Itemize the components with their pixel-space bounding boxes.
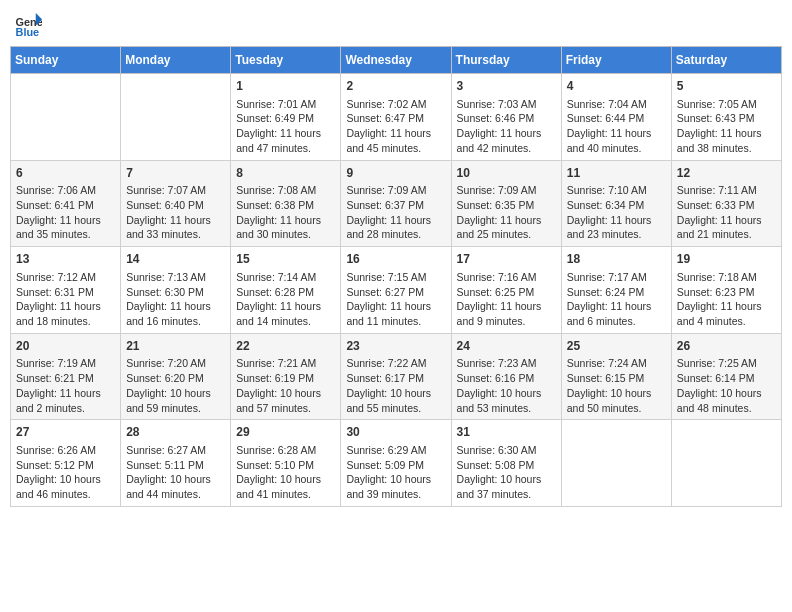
calendar-week-row: 13Sunrise: 7:12 AM Sunset: 6:31 PM Dayli…	[11, 247, 782, 334]
calendar-cell: 21Sunrise: 7:20 AM Sunset: 6:20 PM Dayli…	[121, 333, 231, 420]
day-info: Sunrise: 7:09 AM Sunset: 6:37 PM Dayligh…	[346, 183, 445, 242]
calendar-cell: 9Sunrise: 7:09 AM Sunset: 6:37 PM Daylig…	[341, 160, 451, 247]
calendar-cell: 4Sunrise: 7:04 AM Sunset: 6:44 PM Daylig…	[561, 74, 671, 161]
calendar-week-row: 20Sunrise: 7:19 AM Sunset: 6:21 PM Dayli…	[11, 333, 782, 420]
day-number: 27	[16, 424, 115, 441]
calendar-cell: 19Sunrise: 7:18 AM Sunset: 6:23 PM Dayli…	[671, 247, 781, 334]
calendar-cell	[671, 420, 781, 507]
calendar-header: SundayMondayTuesdayWednesdayThursdayFrid…	[11, 47, 782, 74]
day-number: 18	[567, 251, 666, 268]
day-number: 14	[126, 251, 225, 268]
day-number: 16	[346, 251, 445, 268]
day-info: Sunrise: 7:03 AM Sunset: 6:46 PM Dayligh…	[457, 97, 556, 156]
calendar-cell: 25Sunrise: 7:24 AM Sunset: 6:15 PM Dayli…	[561, 333, 671, 420]
calendar-cell: 5Sunrise: 7:05 AM Sunset: 6:43 PM Daylig…	[671, 74, 781, 161]
weekday-header: Thursday	[451, 47, 561, 74]
day-info: Sunrise: 7:24 AM Sunset: 6:15 PM Dayligh…	[567, 356, 666, 415]
day-info: Sunrise: 7:25 AM Sunset: 6:14 PM Dayligh…	[677, 356, 776, 415]
day-info: Sunrise: 7:19 AM Sunset: 6:21 PM Dayligh…	[16, 356, 115, 415]
day-number: 6	[16, 165, 115, 182]
day-number: 10	[457, 165, 556, 182]
calendar-cell	[11, 74, 121, 161]
day-number: 28	[126, 424, 225, 441]
calendar-week-row: 1Sunrise: 7:01 AM Sunset: 6:49 PM Daylig…	[11, 74, 782, 161]
day-info: Sunrise: 7:11 AM Sunset: 6:33 PM Dayligh…	[677, 183, 776, 242]
day-number: 23	[346, 338, 445, 355]
day-number: 4	[567, 78, 666, 95]
day-info: Sunrise: 7:05 AM Sunset: 6:43 PM Dayligh…	[677, 97, 776, 156]
calendar-cell: 20Sunrise: 7:19 AM Sunset: 6:21 PM Dayli…	[11, 333, 121, 420]
weekday-header: Sunday	[11, 47, 121, 74]
day-info: Sunrise: 7:23 AM Sunset: 6:16 PM Dayligh…	[457, 356, 556, 415]
day-info: Sunrise: 7:13 AM Sunset: 6:30 PM Dayligh…	[126, 270, 225, 329]
day-info: Sunrise: 7:04 AM Sunset: 6:44 PM Dayligh…	[567, 97, 666, 156]
day-number: 2	[346, 78, 445, 95]
calendar-cell: 15Sunrise: 7:14 AM Sunset: 6:28 PM Dayli…	[231, 247, 341, 334]
day-info: Sunrise: 6:29 AM Sunset: 5:09 PM Dayligh…	[346, 443, 445, 502]
calendar-cell: 13Sunrise: 7:12 AM Sunset: 6:31 PM Dayli…	[11, 247, 121, 334]
day-info: Sunrise: 7:21 AM Sunset: 6:19 PM Dayligh…	[236, 356, 335, 415]
calendar-cell: 10Sunrise: 7:09 AM Sunset: 6:35 PM Dayli…	[451, 160, 561, 247]
day-number: 30	[346, 424, 445, 441]
day-info: Sunrise: 6:30 AM Sunset: 5:08 PM Dayligh…	[457, 443, 556, 502]
day-info: Sunrise: 7:08 AM Sunset: 6:38 PM Dayligh…	[236, 183, 335, 242]
day-info: Sunrise: 7:22 AM Sunset: 6:17 PM Dayligh…	[346, 356, 445, 415]
calendar-cell: 3Sunrise: 7:03 AM Sunset: 6:46 PM Daylig…	[451, 74, 561, 161]
logo: General Blue	[14, 10, 48, 38]
day-info: Sunrise: 6:28 AM Sunset: 5:10 PM Dayligh…	[236, 443, 335, 502]
calendar-cell: 1Sunrise: 7:01 AM Sunset: 6:49 PM Daylig…	[231, 74, 341, 161]
day-number: 22	[236, 338, 335, 355]
day-number: 26	[677, 338, 776, 355]
day-info: Sunrise: 7:17 AM Sunset: 6:24 PM Dayligh…	[567, 270, 666, 329]
day-info: Sunrise: 7:20 AM Sunset: 6:20 PM Dayligh…	[126, 356, 225, 415]
day-number: 3	[457, 78, 556, 95]
weekday-header: Monday	[121, 47, 231, 74]
calendar-cell: 12Sunrise: 7:11 AM Sunset: 6:33 PM Dayli…	[671, 160, 781, 247]
day-number: 24	[457, 338, 556, 355]
day-number: 25	[567, 338, 666, 355]
calendar-cell: 17Sunrise: 7:16 AM Sunset: 6:25 PM Dayli…	[451, 247, 561, 334]
day-info: Sunrise: 7:01 AM Sunset: 6:49 PM Dayligh…	[236, 97, 335, 156]
calendar-cell: 11Sunrise: 7:10 AM Sunset: 6:34 PM Dayli…	[561, 160, 671, 247]
calendar-week-row: 6Sunrise: 7:06 AM Sunset: 6:41 PM Daylig…	[11, 160, 782, 247]
day-info: Sunrise: 6:26 AM Sunset: 5:12 PM Dayligh…	[16, 443, 115, 502]
day-info: Sunrise: 7:16 AM Sunset: 6:25 PM Dayligh…	[457, 270, 556, 329]
day-number: 5	[677, 78, 776, 95]
calendar-cell: 30Sunrise: 6:29 AM Sunset: 5:09 PM Dayli…	[341, 420, 451, 507]
day-info: Sunrise: 7:10 AM Sunset: 6:34 PM Dayligh…	[567, 183, 666, 242]
day-number: 8	[236, 165, 335, 182]
day-number: 17	[457, 251, 556, 268]
weekday-header: Saturday	[671, 47, 781, 74]
day-info: Sunrise: 7:02 AM Sunset: 6:47 PM Dayligh…	[346, 97, 445, 156]
calendar-cell	[121, 74, 231, 161]
day-number: 21	[126, 338, 225, 355]
day-info: Sunrise: 7:15 AM Sunset: 6:27 PM Dayligh…	[346, 270, 445, 329]
day-info: Sunrise: 6:27 AM Sunset: 5:11 PM Dayligh…	[126, 443, 225, 502]
day-number: 20	[16, 338, 115, 355]
day-number: 1	[236, 78, 335, 95]
day-number: 9	[346, 165, 445, 182]
calendar-table: SundayMondayTuesdayWednesdayThursdayFrid…	[10, 46, 782, 507]
day-info: Sunrise: 7:12 AM Sunset: 6:31 PM Dayligh…	[16, 270, 115, 329]
calendar-cell: 23Sunrise: 7:22 AM Sunset: 6:17 PM Dayli…	[341, 333, 451, 420]
calendar-cell: 29Sunrise: 6:28 AM Sunset: 5:10 PM Dayli…	[231, 420, 341, 507]
day-number: 12	[677, 165, 776, 182]
day-number: 13	[16, 251, 115, 268]
svg-text:Blue: Blue	[16, 26, 40, 38]
page-header: General Blue	[10, 10, 782, 38]
calendar-cell: 28Sunrise: 6:27 AM Sunset: 5:11 PM Dayli…	[121, 420, 231, 507]
day-info: Sunrise: 7:06 AM Sunset: 6:41 PM Dayligh…	[16, 183, 115, 242]
day-number: 19	[677, 251, 776, 268]
calendar-cell: 22Sunrise: 7:21 AM Sunset: 6:19 PM Dayli…	[231, 333, 341, 420]
day-info: Sunrise: 7:09 AM Sunset: 6:35 PM Dayligh…	[457, 183, 556, 242]
calendar-cell	[561, 420, 671, 507]
weekday-header: Tuesday	[231, 47, 341, 74]
calendar-cell: 14Sunrise: 7:13 AM Sunset: 6:30 PM Dayli…	[121, 247, 231, 334]
calendar-cell: 18Sunrise: 7:17 AM Sunset: 6:24 PM Dayli…	[561, 247, 671, 334]
calendar-cell: 16Sunrise: 7:15 AM Sunset: 6:27 PM Dayli…	[341, 247, 451, 334]
calendar-cell: 8Sunrise: 7:08 AM Sunset: 6:38 PM Daylig…	[231, 160, 341, 247]
calendar-cell: 6Sunrise: 7:06 AM Sunset: 6:41 PM Daylig…	[11, 160, 121, 247]
logo-icon: General Blue	[14, 10, 42, 38]
calendar-cell: 7Sunrise: 7:07 AM Sunset: 6:40 PM Daylig…	[121, 160, 231, 247]
day-number: 29	[236, 424, 335, 441]
